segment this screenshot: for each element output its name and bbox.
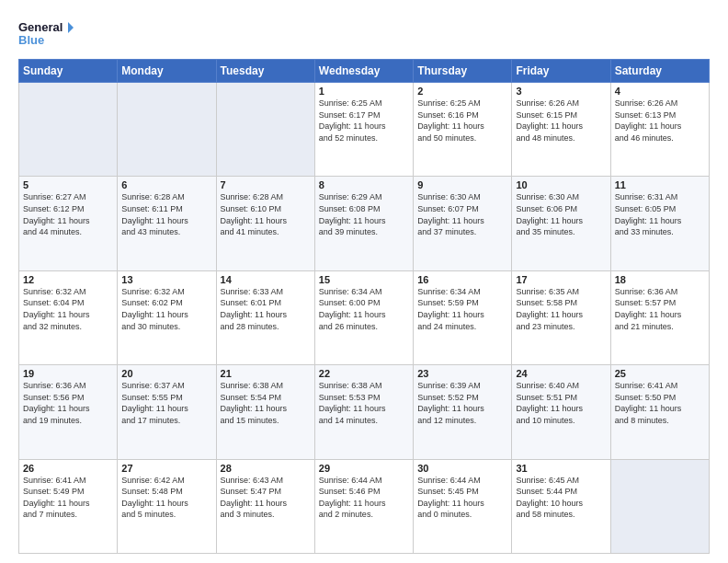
day-info: Sunrise: 6:36 AM Sunset: 5:56 PM Dayligh… — [23, 380, 113, 426]
day-info: Sunrise: 6:30 AM Sunset: 6:06 PM Dayligh… — [516, 191, 606, 237]
day-number: 30 — [417, 463, 507, 474]
day-number: 24 — [516, 368, 606, 379]
svg-marker-2 — [68, 22, 74, 33]
calendar-cell: 27Sunrise: 6:42 AM Sunset: 5:48 PM Dayli… — [118, 459, 216, 553]
day-number: 28 — [221, 463, 311, 474]
calendar-cell: 15Sunrise: 6:34 AM Sunset: 6:00 PM Dayli… — [314, 270, 413, 364]
day-info: Sunrise: 6:44 AM Sunset: 5:46 PM Dayligh… — [319, 475, 409, 521]
header: General Blue — [18, 17, 710, 50]
weekday-header-saturday: Saturday — [610, 60, 709, 83]
calendar-cell: 22Sunrise: 6:38 AM Sunset: 5:53 PM Dayli… — [314, 365, 413, 459]
weekday-header-tuesday: Tuesday — [216, 60, 314, 83]
day-info: Sunrise: 6:29 AM Sunset: 6:08 PM Dayligh… — [319, 191, 409, 237]
day-info: Sunrise: 6:25 AM Sunset: 6:16 PM Dayligh… — [417, 98, 507, 144]
day-number: 1 — [319, 86, 409, 97]
day-number: 31 — [516, 463, 606, 474]
day-number: 6 — [121, 179, 211, 190]
calendar-cell: 28Sunrise: 6:43 AM Sunset: 5:47 PM Dayli… — [216, 459, 314, 553]
calendar-cell: 10Sunrise: 6:30 AM Sunset: 6:06 PM Dayli… — [512, 177, 610, 270]
weekday-header-wednesday: Wednesday — [314, 60, 413, 83]
day-info: Sunrise: 6:28 AM Sunset: 6:11 PM Dayligh… — [121, 191, 211, 237]
calendar-cell: 5Sunrise: 6:27 AM Sunset: 6:12 PM Daylig… — [19, 177, 118, 270]
day-number: 3 — [516, 86, 606, 97]
day-info: Sunrise: 6:36 AM Sunset: 5:57 PM Dayligh… — [615, 286, 705, 332]
calendar-cell: 31Sunrise: 6:45 AM Sunset: 5:44 PM Dayli… — [512, 459, 610, 553]
day-info: Sunrise: 6:34 AM Sunset: 5:59 PM Dayligh… — [417, 286, 507, 332]
day-number: 13 — [121, 274, 211, 285]
calendar-cell: 2Sunrise: 6:25 AM Sunset: 6:16 PM Daylig… — [414, 83, 512, 177]
calendar-cell: 12Sunrise: 6:32 AM Sunset: 6:04 PM Dayli… — [19, 270, 118, 364]
calendar-cell: 17Sunrise: 6:35 AM Sunset: 5:58 PM Dayli… — [512, 270, 610, 364]
day-info: Sunrise: 6:43 AM Sunset: 5:47 PM Dayligh… — [221, 475, 311, 521]
day-number: 12 — [23, 274, 113, 285]
calendar-cell: 6Sunrise: 6:28 AM Sunset: 6:11 PM Daylig… — [118, 177, 216, 270]
day-number: 8 — [319, 179, 409, 190]
page: General Blue SundayMondayTuesdayWednesda… — [0, 0, 728, 563]
day-info: Sunrise: 6:41 AM Sunset: 5:49 PM Dayligh… — [23, 475, 113, 521]
day-info: Sunrise: 6:39 AM Sunset: 5:52 PM Dayligh… — [417, 380, 507, 426]
calendar-cell: 8Sunrise: 6:29 AM Sunset: 6:08 PM Daylig… — [314, 177, 413, 270]
day-number: 17 — [516, 274, 606, 285]
day-info: Sunrise: 6:27 AM Sunset: 6:12 PM Dayligh… — [23, 191, 113, 237]
calendar-cell — [118, 83, 216, 177]
calendar-cell: 20Sunrise: 6:37 AM Sunset: 5:55 PM Dayli… — [118, 365, 216, 459]
day-number: 2 — [417, 86, 507, 97]
day-number: 7 — [221, 179, 311, 190]
day-info: Sunrise: 6:28 AM Sunset: 6:10 PM Dayligh… — [221, 191, 311, 237]
day-number: 14 — [221, 274, 311, 285]
calendar-cell: 16Sunrise: 6:34 AM Sunset: 5:59 PM Dayli… — [414, 270, 512, 364]
day-number: 22 — [319, 368, 409, 379]
day-number: 25 — [615, 368, 705, 379]
day-number: 21 — [221, 368, 311, 379]
logo: General Blue — [18, 17, 74, 50]
calendar-cell: 19Sunrise: 6:36 AM Sunset: 5:56 PM Dayli… — [19, 365, 118, 459]
day-info: Sunrise: 6:41 AM Sunset: 5:50 PM Dayligh… — [615, 380, 705, 426]
day-info: Sunrise: 6:40 AM Sunset: 5:51 PM Dayligh… — [516, 380, 606, 426]
day-info: Sunrise: 6:32 AM Sunset: 6:04 PM Dayligh… — [23, 286, 113, 332]
calendar-cell: 3Sunrise: 6:26 AM Sunset: 6:15 PM Daylig… — [512, 83, 610, 177]
weekday-header-row: SundayMondayTuesdayWednesdayThursdayFrid… — [19, 60, 710, 83]
day-number: 27 — [121, 463, 211, 474]
calendar-cell: 7Sunrise: 6:28 AM Sunset: 6:10 PM Daylig… — [216, 177, 314, 270]
logo-svg: General Blue — [18, 17, 74, 50]
day-info: Sunrise: 6:26 AM Sunset: 6:15 PM Dayligh… — [516, 98, 606, 144]
calendar-cell: 21Sunrise: 6:38 AM Sunset: 5:54 PM Dayli… — [216, 365, 314, 459]
calendar-cell: 14Sunrise: 6:33 AM Sunset: 6:01 PM Dayli… — [216, 270, 314, 364]
day-info: Sunrise: 6:38 AM Sunset: 5:54 PM Dayligh… — [221, 380, 311, 426]
day-number: 20 — [121, 368, 211, 379]
calendar-cell: 30Sunrise: 6:44 AM Sunset: 5:45 PM Dayli… — [414, 459, 512, 553]
day-info: Sunrise: 6:30 AM Sunset: 6:07 PM Dayligh… — [417, 191, 507, 237]
day-number: 26 — [23, 463, 113, 474]
calendar-cell: 1Sunrise: 6:25 AM Sunset: 6:17 PM Daylig… — [314, 83, 413, 177]
day-number: 18 — [615, 274, 705, 285]
day-number: 16 — [417, 274, 507, 285]
weekday-header-sunday: Sunday — [19, 60, 118, 83]
calendar-cell: 11Sunrise: 6:31 AM Sunset: 6:05 PM Dayli… — [610, 177, 709, 270]
svg-text:Blue: Blue — [18, 33, 44, 47]
day-number: 9 — [417, 179, 507, 190]
calendar-cell: 9Sunrise: 6:30 AM Sunset: 6:07 PM Daylig… — [414, 177, 512, 270]
weekday-header-thursday: Thursday — [414, 60, 512, 83]
day-number: 10 — [516, 179, 606, 190]
calendar-cell: 23Sunrise: 6:39 AM Sunset: 5:52 PM Dayli… — [414, 365, 512, 459]
day-info: Sunrise: 6:38 AM Sunset: 5:53 PM Dayligh… — [319, 380, 409, 426]
calendar-cell: 18Sunrise: 6:36 AM Sunset: 5:57 PM Dayli… — [610, 270, 709, 364]
day-info: Sunrise: 6:34 AM Sunset: 6:00 PM Dayligh… — [319, 286, 409, 332]
weekday-header-monday: Monday — [118, 60, 216, 83]
calendar-week-row: 12Sunrise: 6:32 AM Sunset: 6:04 PM Dayli… — [19, 270, 710, 364]
calendar-cell — [216, 83, 314, 177]
day-number: 11 — [615, 179, 705, 190]
day-number: 4 — [615, 86, 705, 97]
calendar-cell: 4Sunrise: 6:26 AM Sunset: 6:13 PM Daylig… — [610, 83, 709, 177]
day-info: Sunrise: 6:32 AM Sunset: 6:02 PM Dayligh… — [121, 286, 211, 332]
day-number: 15 — [319, 274, 409, 285]
calendar-cell: 25Sunrise: 6:41 AM Sunset: 5:50 PM Dayli… — [610, 365, 709, 459]
calendar-cell: 13Sunrise: 6:32 AM Sunset: 6:02 PM Dayli… — [118, 270, 216, 364]
day-info: Sunrise: 6:44 AM Sunset: 5:45 PM Dayligh… — [417, 475, 507, 521]
day-number: 23 — [417, 368, 507, 379]
day-info: Sunrise: 6:33 AM Sunset: 6:01 PM Dayligh… — [221, 286, 311, 332]
calendar-cell: 26Sunrise: 6:41 AM Sunset: 5:49 PM Dayli… — [19, 459, 118, 553]
day-info: Sunrise: 6:45 AM Sunset: 5:44 PM Dayligh… — [516, 475, 606, 521]
calendar-table: SundayMondayTuesdayWednesdayThursdayFrid… — [18, 59, 710, 554]
day-info: Sunrise: 6:25 AM Sunset: 6:17 PM Dayligh… — [319, 98, 409, 144]
